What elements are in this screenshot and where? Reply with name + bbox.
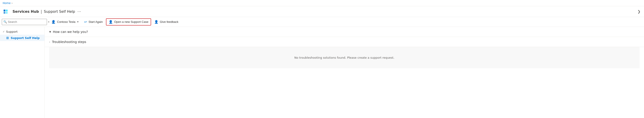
breadcrumb-home[interactable]: Home	[3, 2, 10, 5]
accordion-help-label: How can we help you?	[53, 30, 88, 34]
page-title: Support Self Help	[44, 10, 75, 14]
search-icon: 🔍	[3, 20, 7, 24]
sidebar-item-label: Support Self Help	[11, 36, 40, 40]
accordion-help-chevron: ▼	[49, 31, 51, 33]
start-again-button[interactable]: ↩ Start Again	[82, 19, 105, 25]
content-area: ▼ How can we help you? › Troubleshooting…	[45, 27, 644, 118]
empty-state: No troubleshooting solutions found. Plea…	[49, 47, 640, 68]
feedback-icon: 👤	[154, 20, 158, 24]
empty-state-text: No troubleshooting solutions found. Plea…	[294, 56, 394, 59]
accordion-help: ▼ How can we help you?	[45, 27, 644, 37]
search-input[interactable]	[8, 20, 46, 24]
feedback-label: Give feedback	[160, 20, 178, 24]
sidebar-group-chevron: ✓	[3, 30, 5, 33]
accordion-troubleshooting-header[interactable]: › Troubleshooting steps	[45, 37, 644, 47]
expand-button[interactable]: ❯	[638, 10, 640, 14]
sidebar: ✓ Support ⊞ Support Self Help	[0, 27, 45, 118]
title-separator: |	[41, 9, 42, 14]
logo-sq-2	[6, 10, 8, 12]
start-again-label: Start Again	[88, 20, 103, 24]
contoso-chevron-icon: ▼	[77, 21, 79, 23]
logo-sq-1	[4, 10, 5, 12]
sidebar-item-icon: ⊞	[6, 36, 9, 40]
contoso-icon: 👤	[52, 20, 56, 24]
accordion-troubleshooting-label: Troubleshooting steps	[52, 40, 86, 44]
accordion-troubleshooting-chevron: ›	[49, 41, 50, 43]
accordion-troubleshooting: › Troubleshooting steps	[45, 37, 644, 47]
contoso-tesla-button[interactable]: 👤 Contoso Tesla ▼	[49, 19, 81, 25]
open-case-label: Open a new Support Case	[114, 20, 148, 24]
accordion-help-header[interactable]: ▼ How can we help you?	[45, 27, 644, 37]
give-feedback-button[interactable]: 👤 Give feedback	[152, 19, 180, 25]
app-name: Services Hub	[12, 10, 39, 14]
search-box: 🔍	[2, 19, 47, 25]
open-support-case-button[interactable]: 👤 Open a new Support Case	[106, 18, 151, 26]
sidebar-group-label: Support	[6, 30, 18, 33]
start-again-icon: ↩	[84, 20, 87, 24]
logo-sq-3	[4, 12, 5, 14]
title-bar: Services Hub | Support Self Help ··· ❯	[0, 6, 644, 17]
toolbar-left: 🔍 × «	[2, 19, 46, 25]
sidebar-group-support[interactable]: ✓ Support	[0, 29, 44, 35]
main-layout: ✓ Support ⊞ Support Self Help ▼ How can …	[0, 27, 644, 118]
more-options-icon[interactable]: ···	[77, 9, 81, 14]
contoso-label: Contoso Tesla	[57, 20, 75, 24]
toolbar-actions: 👤 Contoso Tesla ▼ ↩ Start Again 👤 Open a…	[46, 18, 180, 26]
logo-squares	[4, 10, 8, 14]
breadcrumb-chevron: ›	[12, 2, 12, 5]
toolbar: 🔍 × « 👤 Contoso Tesla ▼ ↩ Start Again 👤 …	[0, 17, 644, 27]
open-case-icon: 👤	[109, 20, 113, 24]
logo-icon	[4, 10, 10, 14]
logo-sq-4	[6, 12, 8, 14]
breadcrumb: Home ›	[0, 0, 644, 6]
sidebar-item-support-self-help[interactable]: ⊞ Support Self Help	[0, 35, 44, 41]
